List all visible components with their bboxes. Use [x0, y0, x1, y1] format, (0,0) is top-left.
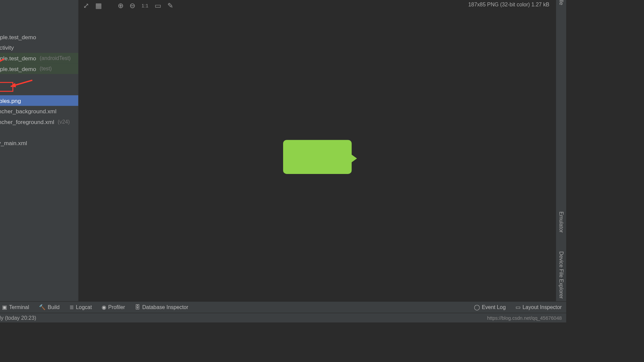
rendered-image-bubble [283, 140, 351, 174]
image-canvas [79, 12, 556, 301]
toolwindow-build[interactable]: 🔨 Build [39, 304, 60, 310]
fit-icon[interactable]: ⤢ [83, 1, 89, 10]
right-toolwindow-stripe: Gradle Emulator Device File Explorer [555, 0, 566, 301]
tree-node-manifests[interactable]: ▸manifests [0, 10, 78, 21]
toolwindow-layout-inspector[interactable]: ▭ Layout Inspector [516, 304, 562, 310]
tree-node-values[interactable]: ▸values [0, 159, 78, 170]
color-picker-icon[interactable]: ✎ [167, 1, 173, 10]
image-info: 187x85 PNG (32-bit color) 1.27 kB [468, 2, 549, 8]
toolwindow-database[interactable]: 🗄 Database Inspector [135, 304, 189, 310]
editor-area: activity_main.xml× MainActivity.java× ai… [79, 0, 556, 301]
background-icon[interactable]: ▭ [155, 1, 161, 10]
tree-node-res[interactable]: ▾res [0, 74, 78, 85]
toolwindow-gradle[interactable]: Gradle [558, 0, 564, 8]
status-bar: ▭ * daemon started successfully (today 2… [0, 313, 566, 322]
toolwindow-eventlog[interactable]: ◯ Event Log [474, 304, 506, 310]
zoom-out-icon[interactable]: ⊖ [129, 1, 135, 10]
tree-node-pkg-test[interactable]: ▸com.example.test_demo(test) [0, 63, 78, 74]
tree-node-airbubbles[interactable]: airbubbles.png [0, 95, 78, 106]
zoom-in-icon[interactable]: ⊕ [118, 1, 123, 10]
tree-node-ic-fg[interactable]: ic_launcher_foreground.xml(v24) [0, 116, 78, 127]
tree-node-drawable[interactable]: ▾drawable [0, 85, 78, 96]
tree-node-mainactivity[interactable]: CMainActivity [0, 42, 78, 53]
tree-node-mipmap[interactable]: ▸mipmap [0, 148, 78, 159]
status-message: * daemon started successfully (today 20:… [0, 315, 36, 321]
tree-node-layout[interactable]: ▾layout [0, 127, 78, 138]
project-tree[interactable]: ▾app ▸manifests ▾java ▾com.example.test_… [0, 0, 78, 301]
actual-size-icon[interactable]: 1:1 [142, 3, 148, 8]
toolwindow-profiler[interactable]: ◉ Profiler [102, 304, 125, 310]
toolwindow-emulator[interactable]: Emulator [558, 209, 564, 235]
toolwindow-logcat[interactable]: ≣ Logcat [69, 304, 92, 310]
toolwindow-device-file-explorer[interactable]: Device File Explorer [558, 248, 564, 301]
tree-node-gradle[interactable]: ▸Gradle Scripts [0, 170, 78, 180]
bottom-toolwindow-stripe: ≡ TODO ⚠ 6: Problems ▣ Terminal 🔨 Build … [0, 301, 566, 313]
tree-node-activity-main[interactable]: activity_main.xml [0, 138, 78, 148]
tree-node-pkg-androidtest[interactable]: ▸com.example.test_demo(androidTest) [0, 53, 78, 64]
tree-node-pkg-main[interactable]: ▾com.example.test_demo [0, 32, 78, 42]
toolwindow-terminal[interactable]: ▣ Terminal [2, 304, 29, 310]
watermark: https://blog.csdn.net/qq_45676048 [487, 315, 562, 320]
tree-node-java[interactable]: ▾java [0, 21, 78, 32]
tree-node-ic-bg[interactable]: ic_launcher_background.xml [0, 106, 78, 117]
tree-node-app[interactable]: ▾app [0, 0, 78, 10]
grid-icon[interactable]: ▦ [95, 1, 102, 10]
project-toolwindow: Android ▼ ⊕ ⇥ ✲ — ▾app ▸manifests ▾java … [0, 0, 79, 301]
